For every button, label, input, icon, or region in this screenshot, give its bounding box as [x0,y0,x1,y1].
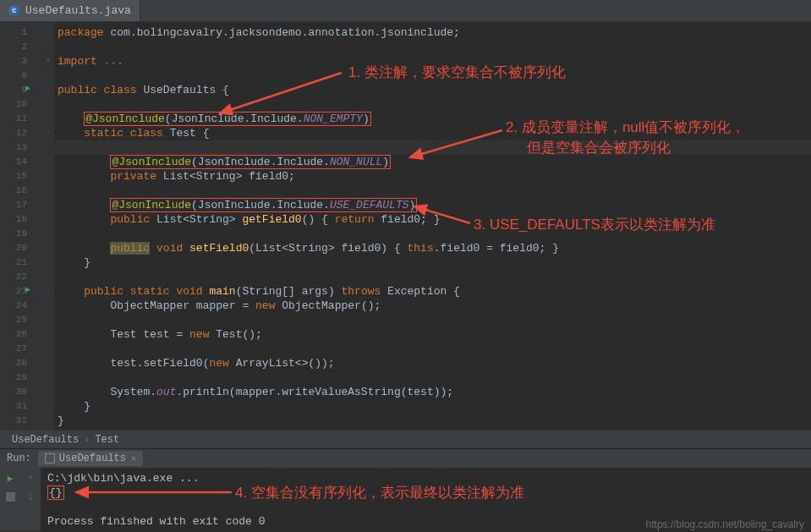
run-toolbar: ▶ [0,468,20,531]
chevron-right-icon: › [84,434,90,446]
annotation-2a: 2. 成员变量注解，null值不被序列化， [506,118,745,137]
editor: 12389▶1011121314151617181920212223▶24252… [0,22,811,430]
code-area[interactable]: 1. 类注解，要求空集合不被序列化 2. 成员变量注解，null值不被序列化， … [54,22,811,430]
breadcrumb-inner[interactable]: Test [95,434,119,446]
tab-filename: UseDefaults.java [25,4,131,17]
arrow-up-icon[interactable]: ↑ [27,473,33,485]
annotation-3: 3. USE_DEFAULTS表示以类注解为准 [474,215,715,234]
run-nav: ↑ ↓ [20,468,41,531]
rerun-icon[interactable]: ▶ [8,473,14,484]
breadcrumb[interactable]: UseDefaults › Test [0,430,811,448]
stop-icon[interactable] [6,492,15,502]
file-tab[interactable]: C UseDefaults.java [0,0,140,21]
watermark: https://blog.csdn.net/boling_cavalry [646,518,804,530]
annotation-2b: 但是空集合会被序列化 [527,138,671,157]
arrow-down-icon[interactable]: ↓ [27,491,33,503]
fold-column[interactable]: +--- [42,22,54,430]
close-icon[interactable]: ✕ [131,453,136,463]
annotation-4: 4. 空集合没有序列化，表示最终以类注解为准 [235,483,524,502]
run-tab-name: UseDefaults [59,452,126,464]
run-gutter-icon[interactable]: ▶ [25,284,30,294]
tab-bar: C UseDefaults.java [0,0,811,22]
run-tab[interactable]: UseDefaults ✕ [38,451,143,466]
run-gutter-icon[interactable]: ▶ [25,83,30,93]
breadcrumb-class[interactable]: UseDefaults [12,434,79,446]
run-header: Run: UseDefaults ✕ [0,449,811,468]
line-number-gutter[interactable]: 12389▶1011121314151617181920212223▶24252… [0,22,42,430]
run-config-icon [45,453,55,463]
annotation-1: 1. 类注解，要求空集合不被序列化 [348,63,566,82]
run-label: Run: [7,452,31,464]
java-class-icon: C [8,5,20,17]
